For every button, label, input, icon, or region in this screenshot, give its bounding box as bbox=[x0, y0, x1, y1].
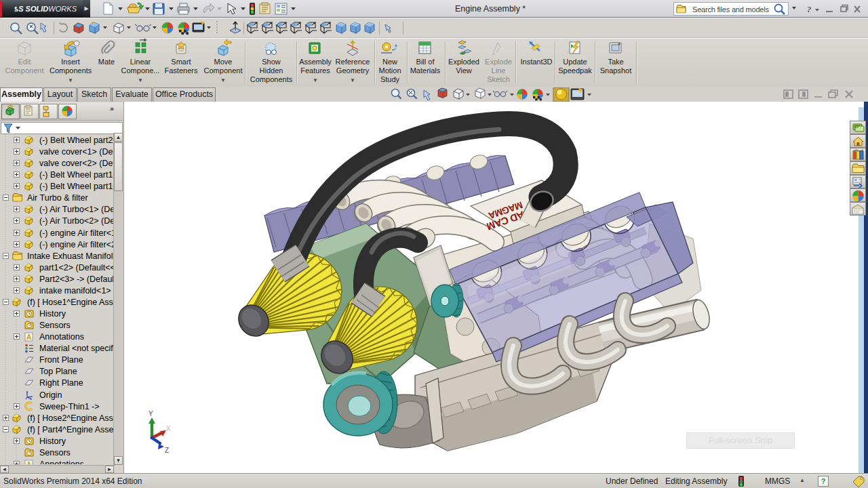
svg-text:?: ? bbox=[807, 4, 812, 14]
svg-text:Z: Z bbox=[165, 447, 169, 454]
svg-text:?: ? bbox=[821, 477, 826, 485]
svg-text:A: A bbox=[26, 461, 31, 464]
svg-text:Y: Y bbox=[149, 410, 153, 418]
svg-text:X: X bbox=[166, 425, 171, 432]
svg-text:A: A bbox=[26, 333, 31, 341]
